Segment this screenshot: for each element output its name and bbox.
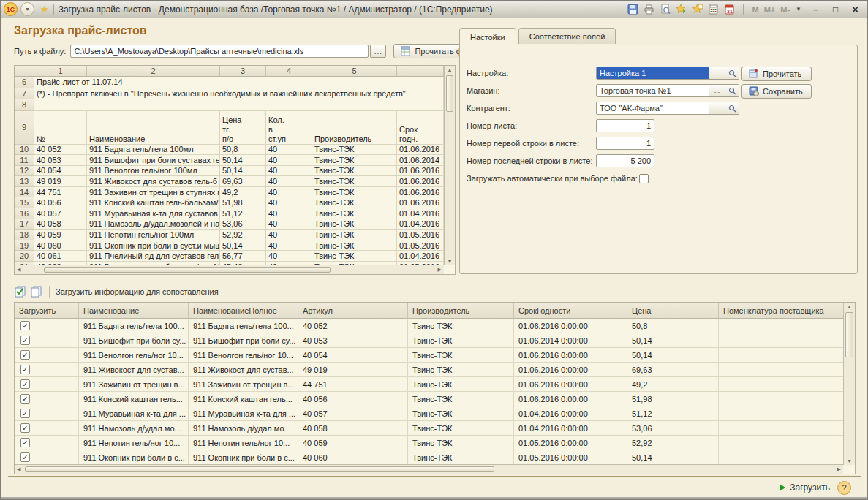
sheet-row-number[interactable]: 8 [15, 99, 34, 111]
sheet-cell[interactable]: 911 Живокост для суставов гель-б [87, 176, 220, 187]
memory-m-plus-button[interactable]: M+ [763, 5, 777, 14]
minimize-button[interactable]: – [807, 3, 825, 16]
sheet-cell[interactable]: 69,63 [220, 176, 266, 187]
sheet-cell[interactable]: 01.04.2016 [397, 251, 444, 262]
match-cell[interactable] [719, 450, 845, 465]
scroll-left-arrow[interactable]: ◀ [17, 466, 20, 472]
match-cell[interactable]: 40 058 [298, 421, 408, 436]
sheet-horizontal-scrollbar[interactable]: ◀ ▶ [15, 265, 444, 274]
number-input[interactable]: 1 [596, 119, 654, 132]
match-cell[interactable]: 911 Бадяга гель/тела 100... [189, 319, 298, 333]
scroll-thumb[interactable] [845, 312, 853, 357]
match-cell[interactable]: 51,12 [627, 406, 719, 421]
sheet-vertical-scrollbar[interactable]: ▲ ▼ [444, 66, 455, 265]
match-cell[interactable]: 01.06.2016 0:00:00 [514, 363, 627, 377]
auto-load-checkbox[interactable] [639, 174, 649, 183]
table-row[interactable]: ✓911 Намозоль д/удал.мо...911 Намозоль д… [15, 421, 855, 436]
sheet-cell[interactable]: 51,12 [220, 208, 266, 219]
sheet-cell[interactable]: 40 [266, 230, 312, 240]
calculator-icon[interactable] [706, 2, 720, 16]
reference-input-value[interactable]: Торговая точка №1 [597, 85, 709, 96]
match-cell[interactable]: 53,06 [627, 421, 719, 436]
match-column-header[interactable]: Цена [627, 303, 719, 319]
sheet-cell[interactable]: 01.06.2016 [397, 187, 444, 198]
match-check-cell[interactable]: ✓ [15, 406, 79, 421]
favorites-star-icon[interactable]: ★ [40, 4, 49, 15]
match-cell[interactable]: Твинс-ТЭК [408, 363, 514, 377]
row-checkbox[interactable]: ✓ [20, 452, 30, 462]
sheet-cell[interactable]: Прайс-лист от 11.07.14 [34, 77, 444, 88]
match-cell[interactable]: Твинс-ТЭК [408, 421, 514, 436]
browse-button[interactable]: ... [709, 85, 725, 96]
sheet-cell[interactable]: 01.04.2016 [397, 219, 444, 230]
match-column-header[interactable]: Производитель [408, 303, 514, 319]
match-cell[interactable]: 911 Венолгон гель/ног 10... [189, 348, 298, 363]
sheet-cell[interactable]: Твинс-ТЭК [312, 166, 397, 177]
reference-input[interactable]: Настройка 1... [596, 67, 739, 80]
match-cell[interactable]: 69,63 [627, 363, 719, 377]
match-cell[interactable]: 911 Живокост для сустав... [189, 363, 298, 377]
sheet-cell[interactable]: 40 [266, 155, 312, 166]
match-cell[interactable]: 44 751 [298, 377, 408, 392]
sheet-cell[interactable]: Твинс-ТЭК [312, 240, 397, 251]
match-cell[interactable] [719, 333, 845, 348]
match-cell[interactable]: 49 019 [298, 363, 408, 377]
sheet-row-number[interactable]: 9 [15, 111, 34, 145]
match-cell[interactable]: 911 Заживин от трещин в... [79, 377, 189, 392]
uncheck-all-icon[interactable] [30, 285, 43, 298]
sheet-cell[interactable]: 40 052 [34, 145, 87, 156]
match-cell[interactable]: Твинс-ТЭК [408, 392, 514, 406]
match-cell[interactable]: 911 Бишофит при боли су... [189, 333, 298, 348]
match-cell[interactable]: Твинс-ТЭК [408, 333, 514, 348]
sheet-cell[interactable]: 01.06.2016 [397, 145, 444, 156]
match-cell[interactable]: 911 Бишофит при боли су... [79, 333, 189, 348]
sheet-cell[interactable]: Цена тг. п/о [220, 111, 266, 145]
sheet-cell[interactable]: 911 Бишофит при боли суставах гел [87, 155, 220, 166]
sheet-cell[interactable]: 01.05.2016 [397, 230, 444, 240]
match-cell[interactable]: 01.06.2016 0:00:00 [514, 377, 627, 392]
match-column-header[interactable]: НаименованиеПолное [189, 303, 298, 319]
match-cell[interactable]: 40 060 [298, 450, 408, 465]
scroll-thumb[interactable] [44, 267, 331, 273]
match-cell[interactable]: 50,8 [627, 319, 719, 333]
match-horizontal-scrollbar[interactable]: ◀ ▶ [15, 464, 843, 474]
sheet-cell[interactable]: Твинс-ТЭК [312, 176, 397, 187]
preview-icon[interactable] [658, 2, 672, 16]
match-cell[interactable] [719, 377, 845, 392]
match-cell[interactable]: 01.04.2016 0:00:00 [514, 406, 627, 421]
match-cell[interactable]: 911 Намозоль д/удал.мо... [189, 421, 298, 436]
sheet-cell[interactable]: 01.05.2016 [397, 240, 444, 251]
scroll-up-arrow[interactable]: ▲ [844, 304, 855, 309]
sheet-row-number[interactable]: 6 [15, 77, 34, 88]
match-cell[interactable]: 50,14 [627, 348, 719, 363]
table-row[interactable]: ✓911 Венолгон гель/ног 10...911 Венолгон… [15, 348, 855, 363]
match-check-cell[interactable]: ✓ [15, 421, 79, 436]
match-cell[interactable]: 40 056 [298, 392, 408, 406]
sheet-cell[interactable]: 40 056 [34, 197, 87, 208]
memory-m-minus-button[interactable]: M- [779, 5, 791, 14]
match-cell[interactable]: 01.04.2016 0:00:00 [514, 421, 627, 436]
sheet-cell[interactable]: 40 059 [34, 230, 87, 240]
sheet-cell[interactable]: Твинс-ТЭК [312, 219, 397, 230]
match-check-cell[interactable]: ✓ [15, 377, 79, 392]
match-cell[interactable]: 40 052 [298, 319, 408, 333]
sheet-column-header[interactable]: 2 [87, 66, 220, 77]
match-toolbar-label[interactable]: Загрузить информацию для сопоставления [56, 287, 219, 296]
row-checkbox[interactable]: ✓ [20, 365, 30, 374]
browse-button[interactable]: ... [709, 102, 725, 114]
sheet-row-number[interactable]: 12 [15, 166, 34, 177]
match-cell[interactable] [719, 406, 845, 421]
match-cell[interactable]: 911 Конский каштан гель... [79, 392, 189, 406]
row-checkbox[interactable]: ✓ [20, 336, 30, 345]
match-check-cell[interactable]: ✓ [15, 450, 79, 465]
match-cell[interactable]: 01.05.2016 0:00:00 [514, 436, 627, 450]
sheet-cell[interactable]: 911 Муравьиная к-та для суставов [87, 208, 220, 219]
table-row[interactable]: ✓911 Бадяга гель/тела 100...911 Бадяга г… [15, 319, 855, 333]
sheet-cell[interactable]: 911 Конский каштан гель-бальзам/н [87, 197, 220, 208]
sheet-corner-cell[interactable] [15, 66, 34, 77]
sheet-cell[interactable]: 911 Намозоль д/удал.мозолей и нат [87, 219, 220, 230]
sheet-cell[interactable]: 01.06.2016 [397, 166, 444, 177]
match-cell[interactable]: 911 Живокост для сустав... [79, 363, 189, 377]
sheet-cell[interactable]: 911 Непотин гель/ног 100мл [87, 230, 220, 240]
sheet-cell[interactable]: 40 [266, 219, 312, 230]
